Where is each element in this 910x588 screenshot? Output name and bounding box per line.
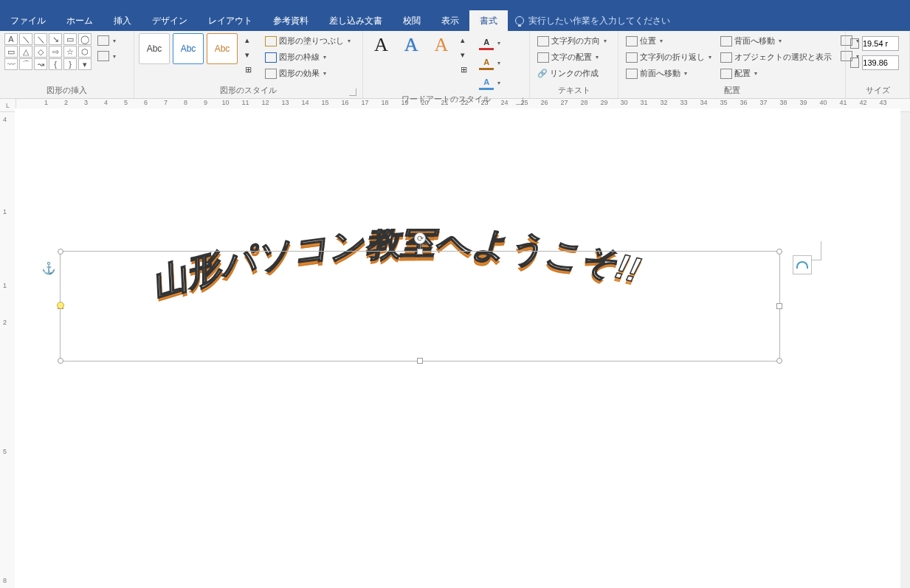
- send-back-button[interactable]: 背面へ移動▾: [717, 33, 835, 49]
- wrap-text-button[interactable]: 文字列の折り返し▾: [623, 49, 714, 65]
- text-outline-icon: A: [479, 55, 494, 70]
- group-arrange: 位置▾ 文字列の折り返し▾ 前面へ移動▾ 背面へ移動▾ オブジェクトの選択と表示…: [618, 31, 846, 98]
- layout-options-button[interactable]: [793, 255, 812, 274]
- shape-brace-r-icon[interactable]: }: [63, 58, 77, 70]
- wordart-preset-2[interactable]: A: [398, 33, 425, 57]
- shape-curve-icon[interactable]: 〰: [4, 58, 18, 70]
- selection-pane-button[interactable]: オブジェクトの選択と表示: [717, 49, 835, 65]
- shape-star-icon[interactable]: ☆: [63, 46, 77, 58]
- wordart-preset-3[interactable]: A: [428, 33, 455, 57]
- text-outline-button[interactable]: A▾: [476, 53, 503, 72]
- resize-handle-tl[interactable]: [58, 249, 63, 255]
- shape-brace-l-icon[interactable]: {: [49, 58, 62, 70]
- tab-insert[interactable]: 挿入: [103, 10, 142, 31]
- send-back-icon: [720, 36, 732, 46]
- position-button[interactable]: 位置▾: [623, 33, 714, 49]
- title-bar: [0, 0, 910, 10]
- dialog-launcher-icon[interactable]: [349, 89, 356, 96]
- edit-shape-button[interactable]: ▾: [94, 33, 119, 48]
- group-label-insert-shapes: 図形の挿入: [4, 83, 129, 98]
- shape-line-icon[interactable]: ＼: [19, 33, 32, 45]
- wordart-scroll-up[interactable]: ▴: [458, 33, 470, 47]
- shape-width-input[interactable]: [862, 55, 899, 70]
- group-label-shape-styles: 図形のスタイル: [139, 83, 358, 98]
- adjust-handle[interactable]: [57, 302, 64, 309]
- paint-bucket-icon: [265, 36, 277, 46]
- tab-review[interactable]: 校閲: [393, 10, 431, 31]
- anchor-icon: ⚓: [41, 261, 56, 275]
- effects-icon: [265, 69, 277, 79]
- shape-arrow-icon[interactable]: ↘: [49, 33, 62, 45]
- shape-tri-icon[interactable]: △: [19, 46, 32, 58]
- lightbulb-icon: [515, 16, 524, 25]
- text-align-button[interactable]: 文字の配置▾: [534, 49, 610, 65]
- shape-effects-button[interactable]: 図形の効果▾: [262, 66, 354, 81]
- shape-more-icon[interactable]: ▾: [78, 58, 92, 70]
- text-fill-button[interactable]: A▾: [476, 33, 503, 52]
- resize-handle-b[interactable]: [417, 358, 423, 364]
- shape-arc-icon[interactable]: ⌒: [19, 58, 32, 70]
- selection-pane-icon: [720, 52, 732, 63]
- rotate-handle[interactable]: ⟳: [414, 232, 426, 244]
- resize-handle-r[interactable]: [776, 303, 782, 309]
- resize-handle-tr[interactable]: [776, 249, 782, 255]
- tab-view[interactable]: 表示: [431, 10, 469, 31]
- shape-style-preset-1[interactable]: Abc: [139, 33, 170, 64]
- tab-format[interactable]: 書式: [469, 10, 508, 31]
- shape-conn-icon[interactable]: ↝: [34, 58, 47, 70]
- group-size: サイズ: [846, 31, 910, 98]
- text-direction-button[interactable]: 文字列の方向▾: [534, 33, 610, 49]
- shape-height-input[interactable]: [862, 36, 899, 51]
- bring-front-button[interactable]: 前面へ移動▾: [623, 66, 714, 81]
- height-icon: [850, 38, 859, 49]
- wordart-preset-1[interactable]: A: [368, 33, 395, 57]
- create-link-button[interactable]: 🔗リンクの作成: [534, 66, 610, 81]
- shape-style-more[interactable]: ▴: [242, 33, 255, 47]
- wordart-gallery-more[interactable]: ⊞: [458, 63, 470, 77]
- text-fill-icon: A: [479, 35, 494, 50]
- shape-rect-icon[interactable]: ▭: [63, 33, 77, 45]
- draw-textbox-button[interactable]: ▾: [94, 49, 119, 63]
- tab-design[interactable]: デザイン: [142, 10, 198, 31]
- tab-layout[interactable]: レイアウト: [198, 10, 263, 31]
- wordart-scroll-down[interactable]: ▾: [458, 48, 470, 62]
- group-label-size: サイズ: [850, 83, 905, 98]
- text-effects-button[interactable]: A▾: [476, 73, 503, 92]
- shape-oval-icon[interactable]: ◯: [78, 33, 92, 45]
- text-direction-icon: [537, 36, 549, 46]
- align-icon: [720, 69, 732, 79]
- shape-rect2-icon[interactable]: ▭: [4, 46, 18, 58]
- shape-style-preset-2[interactable]: Abc: [173, 33, 204, 64]
- shape-hex-icon[interactable]: ◇: [34, 46, 47, 58]
- vertical-ruler[interactable]: 411258: [0, 112, 16, 588]
- tab-file[interactable]: ファイル: [0, 10, 56, 31]
- shape-line2-icon[interactable]: ＼: [34, 33, 47, 45]
- resize-handle-t[interactable]: [417, 249, 423, 255]
- shape-style-gallery[interactable]: ⊞: [242, 63, 255, 77]
- shape-style-preset-3[interactable]: Abc: [207, 33, 238, 64]
- resize-handle-bl[interactable]: [58, 358, 63, 364]
- tell-me-search[interactable]: 実行したい作業を入力してください: [508, 10, 678, 31]
- tell-me-placeholder: 実行したい作業を入力してください: [528, 15, 670, 27]
- ribbon-tabs: ファイル ホーム 挿入 デザイン レイアウト 参考資料 差し込み文書 校閲 表示…: [0, 10, 910, 31]
- group-label-arrange: 配置: [623, 83, 841, 98]
- shape-gallery[interactable]: A ＼ ＼ ↘ ▭ ◯ ▭ △ ◇ ⇨ ☆ ⬡ 〰 ⌒: [4, 33, 92, 70]
- shape-textbox-icon[interactable]: A: [4, 33, 18, 45]
- ruler-corner: L: [0, 99, 16, 111]
- align-button[interactable]: 配置▾: [717, 66, 835, 81]
- shape-outline-button[interactable]: 図形の枠線▾: [262, 49, 354, 65]
- selection-box[interactable]: ⟳: [60, 251, 780, 362]
- shape-style-more2[interactable]: ▾: [242, 48, 255, 62]
- layout-options-icon: [796, 261, 808, 269]
- group-insert-shapes: A ＼ ＼ ↘ ▭ ◯ ▭ △ ◇ ⇨ ☆ ⬡ 〰 ⌒: [0, 31, 134, 98]
- tab-mailmerge[interactable]: 差し込み文書: [319, 10, 393, 31]
- text-effects-icon: A: [479, 75, 494, 90]
- shape-callout-icon[interactable]: ⬡: [78, 46, 92, 58]
- group-label-text: テキスト: [534, 83, 613, 98]
- tab-references[interactable]: 参考資料: [263, 10, 319, 31]
- resize-handle-br[interactable]: [776, 358, 782, 364]
- page-area[interactable]: ⚓ 山形パソコン教室へようこそ!! 山形パソコン教室へようこそ!! ⟳: [16, 112, 910, 588]
- shape-arrowr-icon[interactable]: ⇨: [49, 46, 62, 58]
- tab-home[interactable]: ホーム: [56, 10, 103, 31]
- shape-fill-button[interactable]: 図形の塗りつぶし▾: [262, 33, 354, 49]
